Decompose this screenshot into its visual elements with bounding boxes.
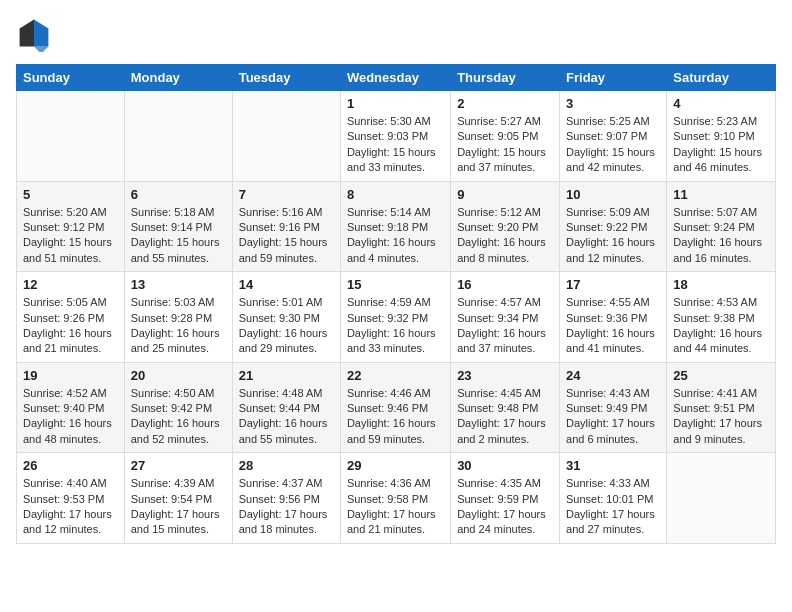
day-number: 21 <box>239 368 334 383</box>
day-info-line: Daylight: 16 hours <box>457 326 553 341</box>
calendar-cell: 23Sunrise: 4:45 AMSunset: 9:48 PMDayligh… <box>451 362 560 453</box>
day-info-line: and 27 minutes. <box>566 522 660 537</box>
logo <box>16 16 56 52</box>
day-number: 16 <box>457 277 553 292</box>
day-info-line: Sunset: 9:59 PM <box>457 492 553 507</box>
day-number: 11 <box>673 187 769 202</box>
day-info-line: Sunset: 9:51 PM <box>673 401 769 416</box>
calendar-week-row: 12Sunrise: 5:05 AMSunset: 9:26 PMDayligh… <box>17 272 776 363</box>
day-number: 23 <box>457 368 553 383</box>
day-info-line: and 6 minutes. <box>566 432 660 447</box>
calendar-cell: 6Sunrise: 5:18 AMSunset: 9:14 PMDaylight… <box>124 181 232 272</box>
day-info-line: Sunrise: 5:05 AM <box>23 295 118 310</box>
day-info-line: Sunrise: 4:37 AM <box>239 476 334 491</box>
day-info-line: Sunset: 9:40 PM <box>23 401 118 416</box>
day-of-week-header: Monday <box>124 65 232 91</box>
day-info-line: Daylight: 15 hours <box>566 145 660 160</box>
day-info-line: Sunrise: 4:52 AM <box>23 386 118 401</box>
day-of-week-header: Thursday <box>451 65 560 91</box>
day-info-line: Sunset: 9:54 PM <box>131 492 226 507</box>
day-info-line: Sunset: 9:38 PM <box>673 311 769 326</box>
day-number: 3 <box>566 96 660 111</box>
calendar-cell: 25Sunrise: 4:41 AMSunset: 9:51 PMDayligh… <box>667 362 776 453</box>
day-info-line: Sunrise: 5:23 AM <box>673 114 769 129</box>
day-info-line: Sunset: 9:36 PM <box>566 311 660 326</box>
day-info-line: Daylight: 15 hours <box>131 235 226 250</box>
calendar-cell: 7Sunrise: 5:16 AMSunset: 9:16 PMDaylight… <box>232 181 340 272</box>
day-info-line: Daylight: 15 hours <box>239 235 334 250</box>
day-info-line: Daylight: 16 hours <box>457 235 553 250</box>
day-info-line: Daylight: 17 hours <box>673 416 769 431</box>
day-info-line: Sunset: 9:18 PM <box>347 220 444 235</box>
day-number: 20 <box>131 368 226 383</box>
day-info-line: Sunset: 9:07 PM <box>566 129 660 144</box>
day-number: 5 <box>23 187 118 202</box>
calendar-cell <box>124 91 232 182</box>
day-info-line: Sunset: 9:48 PM <box>457 401 553 416</box>
day-info-line: Sunrise: 4:50 AM <box>131 386 226 401</box>
calendar-header-row: SundayMondayTuesdayWednesdayThursdayFrid… <box>17 65 776 91</box>
day-info-line: Sunset: 9:58 PM <box>347 492 444 507</box>
day-number: 9 <box>457 187 553 202</box>
day-info-line: and 41 minutes. <box>566 341 660 356</box>
day-info-line: Sunrise: 4:57 AM <box>457 295 553 310</box>
day-info-line: Sunrise: 5:27 AM <box>457 114 553 129</box>
day-info-line: and 21 minutes. <box>23 341 118 356</box>
day-number: 13 <box>131 277 226 292</box>
day-info-line: Sunrise: 4:36 AM <box>347 476 444 491</box>
day-info-line: Daylight: 17 hours <box>457 507 553 522</box>
day-info-line: Sunset: 9:34 PM <box>457 311 553 326</box>
day-info-line: Daylight: 17 hours <box>239 507 334 522</box>
day-info-line: Sunset: 10:01 PM <box>566 492 660 507</box>
calendar: SundayMondayTuesdayWednesdayThursdayFrid… <box>16 64 776 544</box>
calendar-cell: 11Sunrise: 5:07 AMSunset: 9:24 PMDayligh… <box>667 181 776 272</box>
day-info-line: Sunrise: 4:43 AM <box>566 386 660 401</box>
day-info-line: Sunrise: 4:40 AM <box>23 476 118 491</box>
day-info-line: and 52 minutes. <box>131 432 226 447</box>
day-info-line: Daylight: 17 hours <box>566 416 660 431</box>
day-number: 1 <box>347 96 444 111</box>
calendar-cell: 26Sunrise: 4:40 AMSunset: 9:53 PMDayligh… <box>17 453 125 544</box>
day-info-line: Sunset: 9:28 PM <box>131 311 226 326</box>
day-info-line: and 37 minutes. <box>457 160 553 175</box>
day-info-line: and 55 minutes. <box>131 251 226 266</box>
calendar-cell: 14Sunrise: 5:01 AMSunset: 9:30 PMDayligh… <box>232 272 340 363</box>
day-of-week-header: Friday <box>560 65 667 91</box>
day-info-line: and 15 minutes. <box>131 522 226 537</box>
calendar-cell: 28Sunrise: 4:37 AMSunset: 9:56 PMDayligh… <box>232 453 340 544</box>
day-info-line: and 59 minutes. <box>347 432 444 447</box>
calendar-cell: 5Sunrise: 5:20 AMSunset: 9:12 PMDaylight… <box>17 181 125 272</box>
day-info-line: and 25 minutes. <box>131 341 226 356</box>
calendar-cell: 19Sunrise: 4:52 AMSunset: 9:40 PMDayligh… <box>17 362 125 453</box>
day-info-line: and 12 minutes. <box>566 251 660 266</box>
day-number: 24 <box>566 368 660 383</box>
calendar-cell: 17Sunrise: 4:55 AMSunset: 9:36 PMDayligh… <box>560 272 667 363</box>
day-info-line: Sunset: 9:30 PM <box>239 311 334 326</box>
calendar-cell: 1Sunrise: 5:30 AMSunset: 9:03 PMDaylight… <box>340 91 450 182</box>
calendar-cell: 24Sunrise: 4:43 AMSunset: 9:49 PMDayligh… <box>560 362 667 453</box>
day-info-line: Daylight: 17 hours <box>131 507 226 522</box>
day-number: 31 <box>566 458 660 473</box>
day-number: 15 <box>347 277 444 292</box>
calendar-cell: 4Sunrise: 5:23 AMSunset: 9:10 PMDaylight… <box>667 91 776 182</box>
day-info-line: Sunset: 9:32 PM <box>347 311 444 326</box>
calendar-cell: 21Sunrise: 4:48 AMSunset: 9:44 PMDayligh… <box>232 362 340 453</box>
day-info-line: Sunset: 9:24 PM <box>673 220 769 235</box>
day-info-line: and 21 minutes. <box>347 522 444 537</box>
day-info-line: Sunrise: 4:35 AM <box>457 476 553 491</box>
day-info-line: Sunrise: 5:25 AM <box>566 114 660 129</box>
calendar-cell <box>232 91 340 182</box>
calendar-week-row: 5Sunrise: 5:20 AMSunset: 9:12 PMDaylight… <box>17 181 776 272</box>
day-info-line: Sunrise: 5:30 AM <box>347 114 444 129</box>
day-info-line: and 37 minutes. <box>457 341 553 356</box>
day-info-line: Sunset: 9:20 PM <box>457 220 553 235</box>
day-of-week-header: Sunday <box>17 65 125 91</box>
calendar-cell: 8Sunrise: 5:14 AMSunset: 9:18 PMDaylight… <box>340 181 450 272</box>
day-info-line: and 55 minutes. <box>239 432 334 447</box>
calendar-cell: 3Sunrise: 5:25 AMSunset: 9:07 PMDaylight… <box>560 91 667 182</box>
page-header <box>16 16 776 52</box>
day-info-line: Daylight: 16 hours <box>239 326 334 341</box>
day-info-line: and 24 minutes. <box>457 522 553 537</box>
day-info-line: Sunset: 9:56 PM <box>239 492 334 507</box>
day-info-line: Sunrise: 5:09 AM <box>566 205 660 220</box>
